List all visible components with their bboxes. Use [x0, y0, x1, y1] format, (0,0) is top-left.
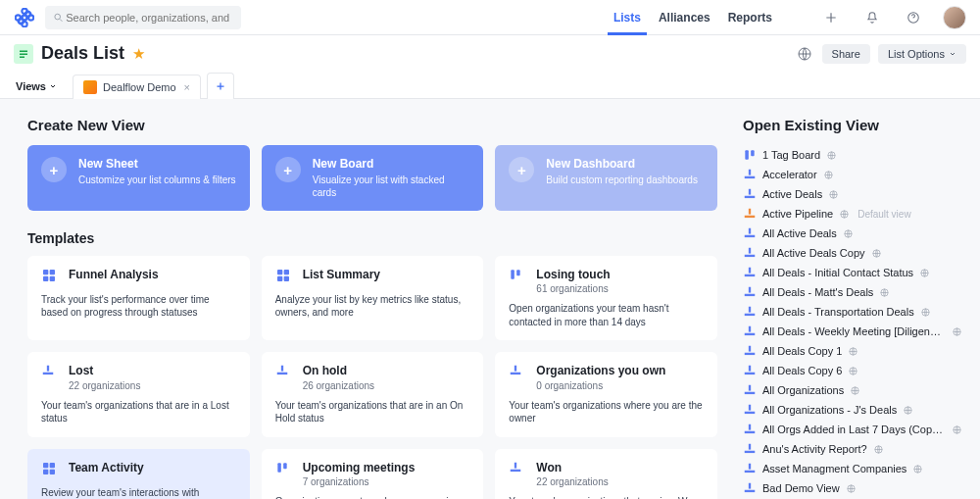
svg-point-1: [22, 22, 26, 26]
close-tab-button[interactable]: ×: [184, 81, 190, 93]
svg-rect-78: [745, 431, 756, 433]
existing-view-item[interactable]: Asset Managment Companies: [743, 459, 962, 478]
existing-view-item[interactable]: All Deals Copy 1: [743, 341, 962, 361]
add-view-tab-button[interactable]: [207, 73, 234, 99]
shared-indicator: [879, 287, 890, 298]
template-title: Organizations you own: [536, 364, 665, 379]
list-icon: [18, 48, 29, 60]
sheet-icon: [275, 364, 289, 377]
globe-icon: [873, 444, 884, 455]
nav-reports[interactable]: Reports: [728, 1, 772, 34]
template-won[interactable]: Won22 organizationsYour team's organizat…: [495, 449, 717, 499]
svg-rect-13: [43, 275, 48, 280]
funnel-icon: [41, 268, 57, 283]
existing-view-item[interactable]: All Deals Copy 6: [743, 361, 962, 380]
template-title: Funnel Analysis: [69, 268, 159, 283]
existing-view-item[interactable]: All Organizations - J's Deals: [743, 400, 962, 420]
search-input[interactable]: [64, 11, 233, 25]
svg-rect-21: [47, 366, 49, 372]
view-tab-dealflow-demo[interactable]: Dealflow Demo ×: [73, 75, 201, 99]
shared-indicator: [919, 268, 930, 278]
template-title: Lost: [69, 364, 140, 379]
svg-rect-12: [50, 270, 55, 274]
views-dropdown[interactable]: Views: [10, 75, 63, 98]
template-upcoming-meetings[interactable]: Upcoming meetings7 organizationsOrganiza…: [262, 449, 484, 499]
template-on-hold[interactable]: On hold26 organizationsYour team's organ…: [262, 352, 484, 437]
existing-view-item[interactable]: 1 Tag Board: [743, 145, 962, 165]
existing-view-item[interactable]: All Deals - Initial Contact Status: [743, 263, 962, 282]
template-title: Losing touch: [536, 268, 610, 283]
sheet-icon: [743, 462, 757, 475]
svg-rect-45: [745, 216, 756, 218]
existing-view-item[interactable]: All Orgs Added in Last 7 Days (Copy)- R…: [743, 420, 962, 439]
existing-view-item[interactable]: All Active Deals Copy: [743, 243, 962, 263]
shared-indicator: [952, 424, 962, 435]
create-card-new-board[interactable]: +New BoardVisualize your list with stack…: [262, 145, 484, 211]
existing-view-item[interactable]: All Deals - Matt's Deals: [743, 282, 962, 302]
view-type-icon: [743, 462, 757, 475]
template-losing-touch[interactable]: Losing touch61 organizationsOpen organiz…: [495, 256, 717, 341]
favorite-star[interactable]: ★: [132, 45, 145, 63]
bell-icon: [865, 11, 879, 25]
shared-indicator: [848, 346, 858, 357]
notifications-button[interactable]: [860, 6, 884, 29]
side-panel: Open Existing View 1 Tag BoardAccelerato…: [737, 99, 980, 499]
svg-point-2: [16, 15, 21, 20]
globe-icon: [871, 248, 882, 259]
existing-view-item[interactable]: All Deals - Weekly Meeting [Diligence + …: [743, 322, 962, 341]
view-label: Asset Managment Companies: [762, 463, 906, 474]
shared-indicator: [873, 444, 884, 455]
existing-view-item[interactable]: Active Deals: [743, 184, 962, 204]
view-label: All Active Deals: [762, 227, 837, 239]
existing-view-item[interactable]: Accelerator: [743, 165, 962, 184]
sheet-icon: [509, 461, 522, 474]
existing-view-item[interactable]: Bad Demo View: [743, 478, 962, 498]
existing-view-item[interactable]: Anu's Activity Report?: [743, 439, 962, 459]
share-button[interactable]: Share: [822, 44, 870, 64]
globe-icon: [839, 209, 850, 220]
help-button[interactable]: [902, 6, 925, 29]
nav-lists[interactable]: Lists: [613, 1, 641, 34]
svg-rect-42: [745, 196, 756, 198]
visibility-button[interactable]: [795, 44, 814, 64]
grid-icon: [41, 461, 57, 476]
template-funnel-analysis[interactable]: Funnel AnalysisTrack your list's perform…: [27, 256, 250, 341]
view-type-icon: [743, 403, 757, 417]
sheet-icon: [743, 481, 757, 495]
template-icon: [275, 268, 293, 285]
view-tab-icon: [83, 80, 97, 94]
create-view-title: Create New View: [27, 117, 717, 133]
list-options-button[interactable]: List Options: [878, 44, 966, 64]
chevron-down-icon: [949, 50, 956, 58]
template-lost[interactable]: Lost22 organizationsYour team's organiza…: [27, 352, 250, 437]
sheet-icon: [743, 187, 757, 201]
template-icon: [275, 364, 293, 381]
app-logo[interactable]: [14, 7, 35, 28]
existing-view-item[interactable]: All Organizations: [743, 380, 962, 400]
user-avatar[interactable]: [943, 6, 966, 29]
svg-rect-60: [745, 314, 756, 316]
template-icon: [509, 268, 526, 285]
template-desc: Analyze your list by key metrics like st…: [275, 293, 470, 320]
template-list-summary[interactable]: List SummaryAnalyze your list by key met…: [262, 256, 484, 341]
existing-view-item[interactable]: All Deals - Transportation Deals: [743, 302, 962, 322]
svg-rect-54: [745, 274, 756, 276]
shared-indicator: [903, 405, 913, 416]
svg-rect-68: [749, 366, 751, 372]
view-type-icon: [743, 148, 757, 162]
template-organizations-you-own[interactable]: Organizations you own0 organizationsYour…: [495, 352, 717, 437]
existing-view-item[interactable]: All Active Deals: [743, 224, 962, 243]
main-panel: Create New View +New SheetCustomize your…: [0, 99, 737, 499]
sheet-icon: [743, 442, 757, 456]
template-title: On hold: [303, 364, 374, 379]
existing-view-item[interactable]: Active PipelineDefault view: [743, 204, 962, 224]
global-search[interactable]: [45, 6, 241, 29]
create-card-new-sheet[interactable]: +New SheetCustomize your list columns & …: [27, 145, 250, 211]
board-icon: [743, 148, 757, 162]
template-team-activity[interactable]: Team ActivityReview your team's interact…: [27, 449, 250, 499]
nav-alliances[interactable]: Alliances: [659, 1, 710, 34]
create-card-title: New Dashboard: [546, 157, 698, 173]
shared-indicator: [823, 170, 834, 180]
add-button[interactable]: [819, 6, 843, 29]
svg-rect-24: [276, 373, 287, 374]
